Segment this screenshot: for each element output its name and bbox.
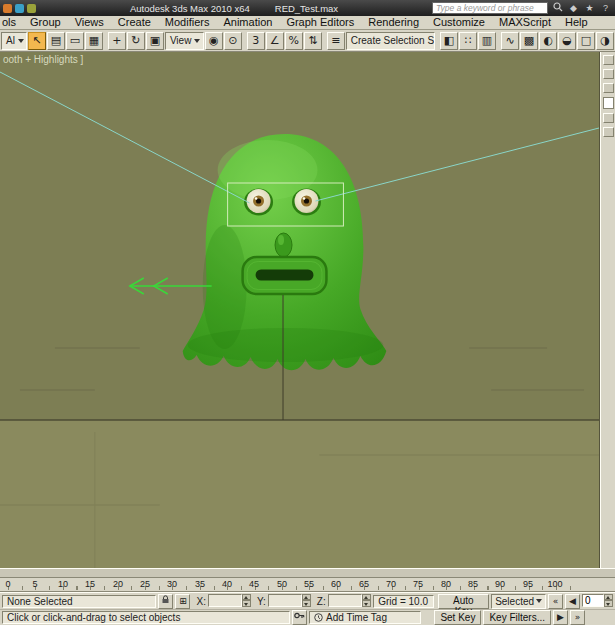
toolbar-separator xyxy=(104,32,107,50)
go-to-start-button[interactable]: « xyxy=(548,594,563,609)
timeline-frame-label: 0 xyxy=(5,579,10,589)
current-frame-field xyxy=(582,594,613,609)
previous-frame-button[interactable]: ◀ xyxy=(565,594,580,609)
y-spinner[interactable] xyxy=(302,594,311,607)
timeline-frame-label: 5 xyxy=(32,579,37,589)
add-time-tag-label: Add Time Tag xyxy=(326,612,387,623)
menu-item-group[interactable]: Group xyxy=(23,16,68,29)
command-panel-field[interactable] xyxy=(603,97,614,109)
x-spinner[interactable] xyxy=(242,594,251,607)
clock-icon xyxy=(314,613,323,622)
menu-item-help[interactable]: Help xyxy=(558,16,595,29)
use-pivot-center-button[interactable]: ◉ xyxy=(205,32,223,50)
viewport-canvas[interactable] xyxy=(0,52,599,568)
menu-item-customize[interactable]: Customize xyxy=(426,16,492,29)
viewport-label[interactable]: ooth + Highlights ] xyxy=(3,54,83,65)
command-panel-button[interactable] xyxy=(603,83,614,93)
command-panel-button[interactable] xyxy=(603,127,614,137)
frame-spinner[interactable] xyxy=(604,594,613,607)
rendered-frame-window-button[interactable]: □ xyxy=(577,32,595,50)
menu-item-tools[interactable]: ols xyxy=(0,16,23,29)
timeline-frame-label: 90 xyxy=(495,579,505,589)
x-position-input[interactable] xyxy=(208,594,242,607)
help-icon[interactable]: ? xyxy=(599,2,612,14)
track-bar[interactable]: 0 5 10 15 20 25 30 35 40 45 50 55 60 65 … xyxy=(0,578,615,592)
mirror-button[interactable]: ◧ xyxy=(440,32,458,50)
menu-item-modifiers[interactable]: Modifiers xyxy=(158,16,217,29)
menu-item-views[interactable]: Views xyxy=(68,16,111,29)
select-and-move-button[interactable]: + xyxy=(108,32,126,50)
menu-item-rendering[interactable]: Rendering xyxy=(361,16,426,29)
set-keys-key-icon[interactable] xyxy=(292,610,307,625)
select-and-scale-button[interactable]: ▣ xyxy=(146,32,164,50)
command-panel-tab-icon[interactable] xyxy=(603,69,614,79)
add-time-tag[interactable]: Add Time Tag xyxy=(309,611,421,624)
render-production-button[interactable]: ◑ xyxy=(596,32,614,50)
material-editor-button[interactable]: ◐ xyxy=(539,32,557,50)
edit-named-selection-sets-button[interactable]: ≡ xyxy=(327,32,345,50)
schematic-view-button[interactable]: ▩ xyxy=(520,32,538,50)
reference-coordinate-dropdown[interactable]: View xyxy=(165,32,204,50)
timeline-frame-label: 55 xyxy=(304,579,314,589)
absolute-offset-toggle[interactable]: ⊞ xyxy=(175,594,190,609)
select-and-rotate-button[interactable]: ↻ xyxy=(127,32,145,50)
key-filters-button[interactable]: Key Filters... xyxy=(483,610,551,625)
selection-lock-toggle[interactable] xyxy=(158,594,173,609)
grid-size-display: Grid = 10.0 xyxy=(373,595,434,608)
percent-snap-button[interactable]: % xyxy=(285,32,303,50)
y-axis-label: Y: xyxy=(257,596,266,607)
window-crossing-button[interactable]: ▦ xyxy=(85,32,103,50)
time-slider[interactable] xyxy=(0,568,615,578)
timeline-frame-label: 65 xyxy=(359,579,369,589)
selection-region-button[interactable]: ▭ xyxy=(66,32,84,50)
timeline-frame-label: 35 xyxy=(195,579,205,589)
titlebar: Autodesk 3ds Max 2010 x64 RED_Test.max ◆… xyxy=(0,0,615,16)
command-panel-strip xyxy=(600,52,615,568)
auto-key-button[interactable]: Auto Key xyxy=(438,594,490,609)
search-icon[interactable] xyxy=(551,2,564,14)
character-mouth[interactable] xyxy=(243,257,327,294)
menu-item-animation[interactable]: Animation xyxy=(216,16,279,29)
toolbar-separator xyxy=(243,32,246,50)
align-button[interactable]: ∷ xyxy=(459,32,477,50)
timeline-frame-label: 75 xyxy=(413,579,423,589)
set-key-button[interactable]: Set Key xyxy=(434,610,481,625)
status-bar: None Selected ⊞ X: Y: Z: Grid = 10.0 Aut… xyxy=(0,592,615,609)
command-panel-button[interactable] xyxy=(603,113,614,123)
curve-editor-button[interactable]: ∿ xyxy=(501,32,519,50)
select-object-button[interactable]: ↖ xyxy=(28,32,46,50)
z-spinner[interactable] xyxy=(362,594,371,607)
select-and-manipulate-button[interactable]: ⊙ xyxy=(224,32,242,50)
timeline-frame-label: 85 xyxy=(468,579,478,589)
infocenter-search-input[interactable] xyxy=(432,2,548,14)
menu-item-create[interactable]: Create xyxy=(111,16,158,29)
select-by-name-button[interactable]: ▤ xyxy=(47,32,65,50)
menu-item-maxscript[interactable]: MAXScript xyxy=(492,16,558,29)
snaps-toggle-button[interactable]: 3 xyxy=(247,32,265,50)
app-title: Autodesk 3ds Max 2010 x64 xyxy=(130,3,250,14)
perspective-viewport[interactable]: ooth + Highlights ] xyxy=(0,52,600,568)
spinner-snap-button[interactable]: ⇅ xyxy=(304,32,322,50)
menu-item-graph-editors[interactable]: Graph Editors xyxy=(279,16,361,29)
render-setup-button[interactable]: ◒ xyxy=(558,32,576,50)
go-to-end-button[interactable]: » xyxy=(570,610,585,625)
communication-center-icon[interactable]: ◆ xyxy=(567,2,580,14)
selection-filter-dropdown[interactable]: Al xyxy=(1,32,27,50)
y-position-input[interactable] xyxy=(268,594,302,607)
next-frame-button[interactable]: ▶ xyxy=(553,610,568,625)
named-selection-sets-value: Create Selection Se xyxy=(351,35,435,46)
timeline-frame-label: 15 xyxy=(85,579,95,589)
character-nose[interactable] xyxy=(275,233,292,257)
z-position-input[interactable] xyxy=(328,594,362,607)
angle-snap-button[interactable]: ∠ xyxy=(266,32,284,50)
favorites-star-icon[interactable]: ★ xyxy=(583,2,596,14)
timeline-frame-label: 45 xyxy=(249,579,259,589)
named-selection-sets-dropdown[interactable]: Create Selection Se xyxy=(346,32,435,50)
x-position-field xyxy=(208,594,251,609)
key-mode-dropdown[interactable]: Selected xyxy=(491,594,546,609)
timeline-frame-label: 20 xyxy=(113,579,123,589)
layer-manager-button[interactable]: ▥ xyxy=(478,32,496,50)
current-frame-input[interactable] xyxy=(582,594,604,607)
timeline-frame-label: 100 xyxy=(547,579,562,589)
command-panel-tab-icon[interactable] xyxy=(603,55,614,65)
